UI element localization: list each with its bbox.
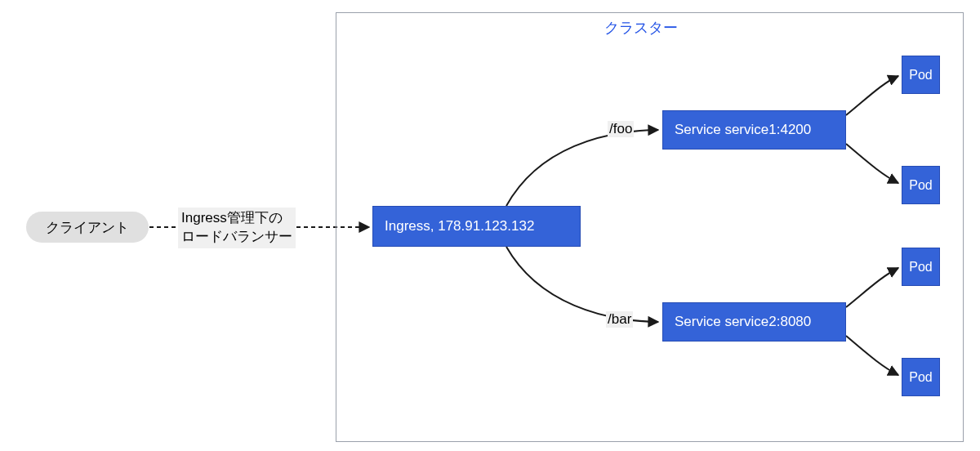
pod1-node: Pod bbox=[902, 56, 940, 94]
route-foo-label: /foo bbox=[608, 121, 634, 137]
pod4-node: Pod bbox=[902, 358, 940, 396]
pod-label: Pod bbox=[909, 178, 932, 193]
client-label: クライアント bbox=[46, 218, 129, 237]
route-bar-label: /bar bbox=[606, 311, 633, 328]
diagram-stage: クライアント Ingress管理下の ロードバランサー クラスター Ingres… bbox=[0, 0, 980, 451]
service1-node: Service service1:4200 bbox=[662, 110, 846, 150]
lb-label-line2: ロードバランサー bbox=[181, 228, 292, 247]
pod3-node: Pod bbox=[902, 248, 940, 286]
cluster-title: クラスター bbox=[604, 18, 678, 38]
pod-label: Pod bbox=[909, 260, 932, 275]
service2-label: Service service2:8080 bbox=[675, 314, 811, 330]
pod-label: Pod bbox=[909, 370, 932, 385]
lb-edge-label: Ingress管理下の ロードバランサー bbox=[178, 208, 296, 248]
pod2-node: Pod bbox=[902, 166, 940, 204]
pod-label: Pod bbox=[909, 68, 932, 83]
client-node: クライアント bbox=[26, 212, 149, 243]
service2-node: Service service2:8080 bbox=[662, 302, 846, 342]
ingress-label: Ingress, 178.91.123.132 bbox=[385, 218, 534, 234]
ingress-node: Ingress, 178.91.123.132 bbox=[372, 206, 581, 247]
service1-label: Service service1:4200 bbox=[675, 122, 811, 138]
lb-label-line1: Ingress管理下の bbox=[181, 209, 292, 228]
